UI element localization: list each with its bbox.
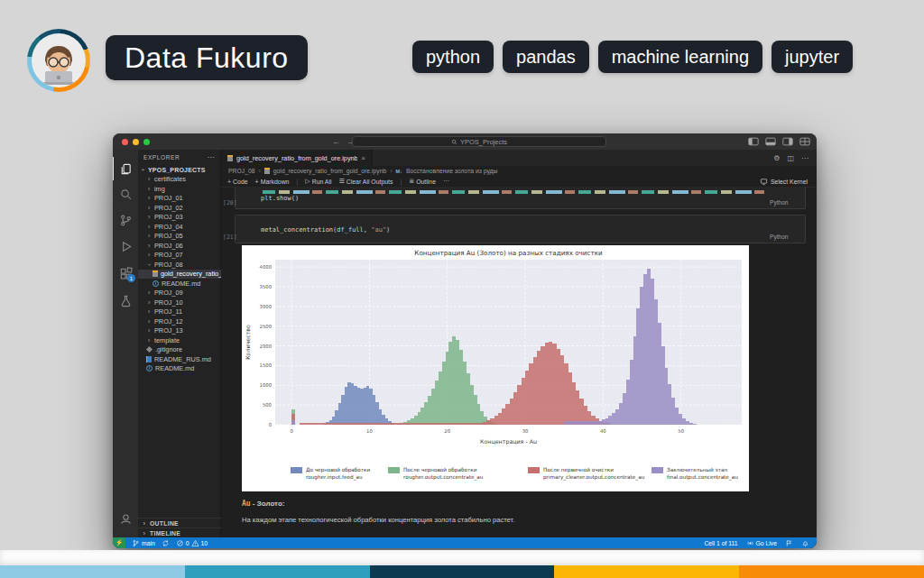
branch-icon [132, 539, 140, 547]
toolbar-outline-button[interactable]: ≣Outline [409, 178, 436, 185]
execution-count: [20] [223, 199, 237, 206]
tree-item-PROJ_03[interactable]: ›PROJ_03 [138, 213, 221, 223]
tree-item-gold_recovery_ratio_fro...[interactable]: gold_recovery_ratio_fro... [138, 270, 221, 280]
tag-pandas[interactable]: pandas [503, 41, 589, 73]
tree-item-.gitignore[interactable]: .gitignore [138, 345, 221, 355]
tree-item-README.md[interactable]: iREADME.md [138, 279, 221, 289]
cell-language-label[interactable]: Python [770, 234, 789, 240]
source-control-icon[interactable] [113, 208, 138, 232]
split-editor-icon[interactable]: ◫ [787, 154, 794, 162]
tab-notebook[interactable]: gold_recovery_ratio_from_gold_ore.ipynb … [221, 150, 373, 166]
testing-icon[interactable] [113, 289, 138, 312]
extensions-icon[interactable]: 1 [113, 261, 138, 285]
feedback-button[interactable] [785, 539, 793, 547]
toolbar-more-button[interactable]: ⋯ [443, 178, 449, 185]
close-window-button[interactable] [122, 139, 128, 145]
explorer-more-icon[interactable]: ⋯ [207, 153, 215, 161]
tree-item-PROJ_08[interactable]: ›PROJ_08 [138, 260, 221, 270]
customize-layout-icon[interactable] [799, 137, 810, 146]
toggle-sidebar-icon[interactable] [748, 137, 759, 146]
toolbar-markdown-button[interactable]: +Markdown [255, 179, 290, 185]
breadcrumb-item-1[interactable]: gold_recovery_ratio_from_gold_ore.ipynb [273, 168, 386, 174]
editor-settings-gear-icon[interactable]: ⚙ [773, 154, 780, 162]
sync-button[interactable] [162, 539, 170, 547]
chart-text: 20 [444, 428, 450, 434]
markdown-paragraph: На каждом этапе технологической обработк… [242, 516, 514, 524]
tree-item-PROJ_06[interactable]: ›PROJ_06 [138, 241, 221, 251]
code-cell-20[interactable]: plt.show() [235, 187, 806, 209]
tree-item-PROJ_10[interactable]: ›PROJ_10 [138, 298, 221, 307]
toolbar-clear-all-outputs-button[interactable]: ☰Clear All Outputs [339, 178, 393, 185]
select-kernel-button[interactable]: Select Kernel [760, 178, 817, 186]
chart-text: 2500 [260, 324, 273, 329]
toolbar-run-all-button[interactable]: ▷Run All [305, 178, 331, 185]
toolbar-separator: | [296, 179, 298, 185]
tree-item-certificates[interactable]: ›certificates [138, 175, 221, 185]
outline-icon: ≣ [409, 178, 414, 185]
tree-item-label: gold_recovery_ratio_fro... [161, 270, 221, 278]
tree-item-README_RUS.md[interactable]: README_RUS.md [138, 354, 221, 364]
breadcrumb-item-2[interactable]: Восстановление золота из руды [406, 168, 497, 174]
breadcrumb[interactable]: PROJ_08›gold_recovery_ratio_from_gold_or… [221, 166, 817, 176]
tree-item-label: PROJ_01 [154, 194, 183, 202]
tree-item-PROJ_09[interactable]: ›PROJ_09 [138, 289, 221, 298]
tree-item-PROJ_01[interactable]: ›PROJ_01 [138, 194, 221, 204]
maximize-window-button[interactable] [143, 139, 150, 145]
tree-item-label: PROJ_13 [154, 326, 183, 335]
code-line[interactable]: plt.show() [261, 195, 299, 202]
cell-position-indicator[interactable]: Cell 1 of 111 [704, 540, 737, 546]
accounts-icon[interactable] [113, 507, 138, 530]
outline-section[interactable]: › OUTLINE [138, 518, 221, 528]
toggle-secondary-sidebar-icon[interactable] [782, 137, 793, 146]
toolbar-label: Run All [312, 179, 332, 185]
timeline-section[interactable]: › TIMELINE [138, 528, 221, 537]
tree-item-PROJ_11[interactable]: ›PROJ_11 [138, 307, 221, 317]
vscode-window: ← → YPOS_Projects 1 [113, 133, 817, 548]
tree-item-template[interactable]: ›template [138, 335, 221, 345]
tree-item-PROJ_05[interactable]: ›PROJ_05 [138, 232, 221, 242]
command-center-search[interactable]: YPOS_Projects [352, 136, 606, 147]
tag-jupyter[interactable]: jupyter [772, 41, 853, 73]
chart-text: После черновой обработки [403, 467, 477, 473]
code-token: show [276, 195, 291, 202]
code-cell-21[interactable]: metal_concentration(df_full, "au") [235, 215, 806, 243]
go-live-button[interactable]: Go Live [746, 539, 777, 547]
search-sidebar-icon[interactable] [113, 182, 138, 206]
toolbar-code-button[interactable]: +Code [227, 179, 248, 185]
tag-machine-learning[interactable]: machine learning [598, 41, 762, 73]
clear-icon: ☰ [339, 178, 345, 185]
chevron-icon: › [145, 261, 153, 267]
tree-item-PROJ_07[interactable]: ›PROJ_07 [138, 251, 221, 261]
tab-close-icon[interactable]: × [361, 154, 365, 162]
git-branch[interactable]: main [132, 539, 155, 547]
run-debug-icon[interactable] [113, 234, 138, 258]
tree-item-label: PROJ_08 [154, 261, 183, 269]
remote-indicator-icon[interactable]: ⚡ [113, 537, 125, 548]
cell-language-label[interactable]: Python [770, 199, 789, 206]
tree-item-img[interactable]: ›img [138, 184, 221, 194]
chart-text: 2000 [260, 344, 273, 349]
problems-indicator[interactable]: 0 10 [176, 539, 208, 547]
tree-item-README.md[interactable]: iREADME.md [138, 364, 221, 374]
code-line[interactable]: metal_concentration(df_full, "au") [261, 226, 390, 234]
tree-item-PROJ_02[interactable]: ›PROJ_02 [138, 203, 221, 213]
sync-icon [162, 539, 170, 547]
toggle-panel-icon[interactable] [765, 137, 776, 146]
execution-count: [21] [223, 234, 237, 241]
tree-item-PROJ_04[interactable]: ›PROJ_04 [138, 222, 221, 232]
tag-python[interactable]: python [412, 41, 494, 73]
tree-item-PROJ_12[interactable]: ›PROJ_12 [138, 317, 221, 326]
minimize-window-button[interactable] [133, 139, 139, 145]
notifications-button[interactable] [801, 539, 809, 547]
tree-item-label: PROJ_09 [154, 289, 183, 297]
explorer-icon[interactable] [113, 157, 138, 180]
breadcrumb-item-0[interactable]: PROJ_08 [228, 168, 254, 174]
back-icon[interactable]: ← [332, 137, 340, 146]
chart-text: 3500 [260, 284, 273, 289]
tree-item-PROJ_13[interactable]: ›PROJ_13 [138, 326, 221, 336]
chart-text: Концентрация - Au [480, 438, 537, 445]
chevron-icon: › [146, 222, 152, 230]
tab-label: gold_recovery_ratio_from_gold_ore.ipynb [236, 154, 357, 162]
tree-root[interactable]: › YPOS_PROJECTS [138, 165, 221, 175]
editor-more-actions-icon[interactable]: ⋯ [801, 154, 808, 162]
